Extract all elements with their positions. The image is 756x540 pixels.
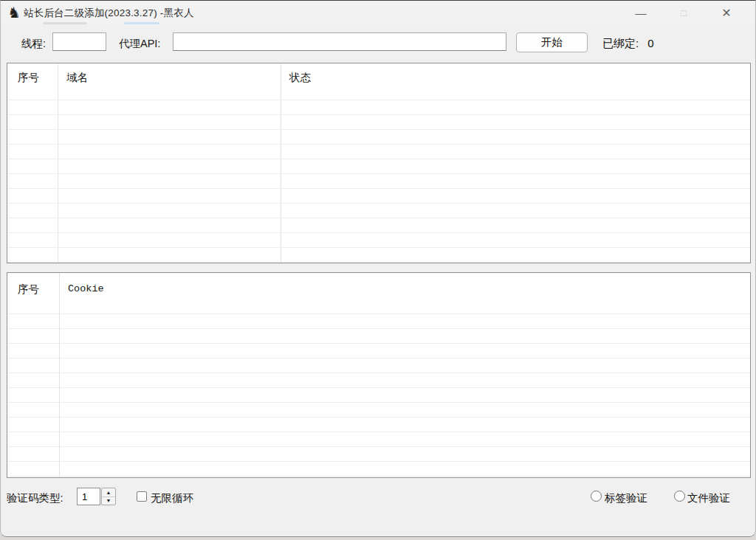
column-header-status[interactable]: 状态 (289, 71, 311, 85)
start-button[interactable]: 开始 (516, 32, 588, 52)
table-row[interactable] (7, 462, 750, 477)
infinite-loop-checkbox[interactable] (137, 491, 147, 502)
tag-verify-label[interactable]: 标签验证 (605, 491, 647, 505)
domain-table-body (7, 100, 750, 263)
table-row[interactable] (7, 233, 750, 248)
table-row[interactable] (7, 359, 750, 373)
table-row[interactable] (7, 130, 750, 145)
column-header-index[interactable]: 序号 (18, 283, 39, 297)
window-controls: — □ ✕ (619, 1, 748, 24)
window-title: 站长后台二级添加(2023.3.27) -黑衣人 (24, 7, 194, 20)
spinner-down-icon[interactable]: ▼ (102, 497, 115, 505)
background-artifact (43, 22, 87, 24)
table-row[interactable] (7, 344, 750, 359)
file-verify-label[interactable]: 文件验证 (687, 491, 730, 505)
captcha-type-label: 验证码类型: (7, 491, 63, 505)
table-row[interactable] (7, 314, 750, 329)
tag-verify-radio[interactable] (591, 491, 602, 502)
title-bar[interactable]: ♞ 站长后台二级添加(2023.3.27) -黑衣人 — □ ✕ (1, 1, 755, 24)
proxy-api-label: 代理API: (119, 37, 160, 51)
table-row[interactable] (7, 373, 750, 388)
domain-table: 序号 域名 状态 (7, 63, 751, 263)
table-row[interactable] (7, 115, 750, 130)
table-row[interactable] (7, 100, 750, 115)
table-row[interactable] (7, 329, 750, 344)
table-row[interactable] (7, 248, 750, 263)
infinite-loop-label[interactable]: 无限循环 (151, 491, 193, 505)
app-icon: ♞ (6, 4, 22, 21)
bound-status: 已绑定:0 (602, 37, 654, 51)
table-row[interactable] (7, 204, 750, 218)
thread-input[interactable] (52, 32, 106, 51)
table-row[interactable] (7, 388, 750, 403)
table-row[interactable] (7, 145, 750, 159)
thread-label: 线程: (21, 37, 46, 51)
file-verify-radio[interactable] (674, 491, 685, 502)
column-header-index[interactable]: 序号 (18, 71, 39, 85)
app-window: ♞ 站长后台二级添加(2023.3.27) -黑衣人 — □ ✕ 线程: 代理A… (0, 0, 756, 537)
table-row[interactable] (7, 174, 750, 189)
table-row[interactable] (7, 403, 750, 418)
table-row[interactable] (7, 218, 750, 233)
column-header-cookie[interactable]: Cookie (68, 283, 104, 294)
bound-label: 已绑定: (602, 37, 639, 49)
captcha-type-input[interactable] (77, 488, 100, 505)
table-row[interactable] (7, 447, 750, 462)
table-row[interactable] (7, 418, 750, 432)
table-row[interactable] (7, 432, 750, 447)
table-row[interactable] (7, 159, 750, 174)
table-row[interactable] (7, 189, 750, 204)
column-header-domain[interactable]: 域名 (66, 71, 88, 85)
background-artifact (124, 22, 159, 24)
captcha-type-stepper: ▲ ▼ (101, 488, 116, 505)
spinner-up-icon[interactable]: ▲ (102, 488, 115, 497)
close-icon[interactable]: ✕ (705, 1, 748, 24)
cookie-table: 序号 Cookie (7, 272, 751, 478)
bound-count: 0 (647, 37, 653, 49)
proxy-api-input[interactable] (173, 32, 506, 51)
minimize-icon[interactable]: — (619, 1, 662, 24)
cookie-table-body (7, 314, 750, 477)
maximize-icon[interactable]: □ (662, 1, 705, 24)
